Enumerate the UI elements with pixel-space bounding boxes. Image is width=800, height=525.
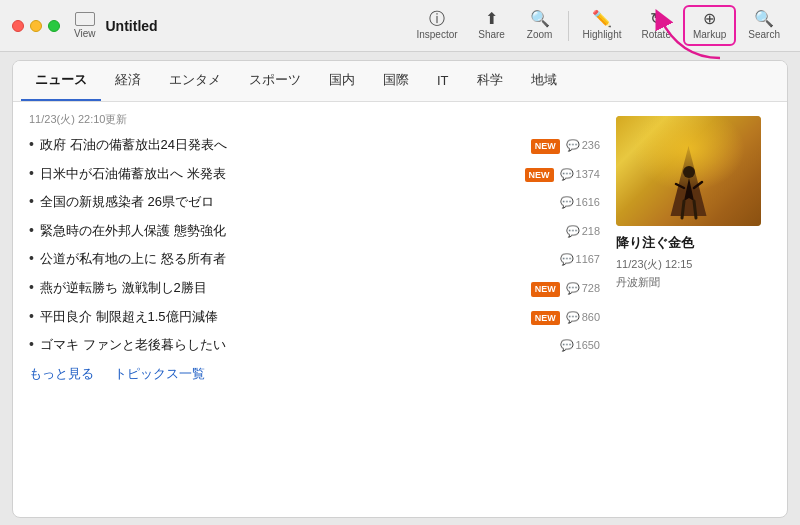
view-icon [75,12,95,26]
comment-count: 💬218 [566,224,600,239]
badge-new: NEW [531,311,560,326]
highlight-label: Highlight [583,29,622,40]
tab-science[interactable]: 科学 [463,61,517,101]
featured-image-inner [616,116,761,226]
tab-region[interactable]: 地域 [517,61,571,101]
zoom-button[interactable]: 🔍 Zoom [518,7,562,44]
comment-count: 💬728 [566,281,600,296]
comment-count: 💬1167 [560,252,600,267]
tab-it[interactable]: IT [423,63,463,100]
tab-economy[interactable]: 経済 [101,61,155,101]
news-footer: もっと見る トピックス一覧 [29,365,600,383]
traffic-lights [12,20,60,32]
view-button[interactable]: View [74,12,96,39]
rotate-button[interactable]: ↻ Rotate [633,7,678,44]
share-button[interactable]: ⬆ Share [470,7,514,44]
fullscreen-button[interactable] [48,20,60,32]
inspector-button[interactable]: ⓘ Inspector [408,7,465,44]
zoom-icon: 🔍 [530,11,550,27]
comment-count: 💬1374 [560,167,600,182]
tabs-bar: ニュース 経済 エンタメ スポーツ 国内 国際 IT 科学 地域 [13,61,787,102]
news-title[interactable]: 緊急時の在外邦人保護 態勢強化 [40,222,560,240]
toolbar-actions: ⓘ Inspector ⬆ Share 🔍 Zoom ✏️ Highlight … [408,5,788,46]
more-link[interactable]: もっと見る [29,365,94,383]
list-item: • 日米中が石油備蓄放出へ 米発表 NEW 💬1374 [29,164,600,184]
tab-news[interactable]: ニュース [21,61,101,101]
news-title[interactable]: 政府 石油の備蓄放出24日発表へ [40,136,525,154]
bullet: • [29,135,34,155]
list-item: • 平田良介 制限超え1.5億円減俸 NEW 💬860 [29,307,600,327]
search-icon: 🔍 [754,11,774,27]
rotate-icon: ↻ [650,11,663,27]
close-button[interactable] [12,20,24,32]
toolbar-divider-1 [568,11,569,41]
titlebar: View Untitled ⓘ Inspector ⬆ Share 🔍 Zoom… [0,0,800,52]
share-icon: ⬆ [485,11,498,27]
tab-domestic[interactable]: 国内 [315,61,369,101]
rotate-label: Rotate [641,29,670,40]
comment-count: 💬236 [566,138,600,153]
featured-article: 降り注ぐ金色 11/23(火) 12:15 丹波新聞 [616,112,771,504]
content-wrapper: ニュース 経済 エンタメ スポーツ 国内 国際 IT 科学 地域 11/23(火… [12,60,788,518]
zoom-label: Zoom [527,29,553,40]
bullet: • [29,249,34,269]
minimize-button[interactable] [30,20,42,32]
inspector-icon: ⓘ [429,11,445,27]
tab-international[interactable]: 国際 [369,61,423,101]
bullet: • [29,335,34,355]
badge-new: NEW [531,282,560,297]
badge-new: NEW [525,168,554,183]
badge-new: NEW [531,139,560,154]
comment-count: 💬860 [566,310,600,325]
bullet: • [29,307,34,327]
list-item: • 燕が逆転勝ち 激戦制し2勝目 NEW 💬728 [29,278,600,298]
highlight-icon: ✏️ [592,11,612,27]
featured-title[interactable]: 降り注ぐ金色 [616,234,771,252]
view-label: View [74,28,96,39]
search-label: Search [748,29,780,40]
news-date: 11/23(火) 22:10更新 [29,112,600,127]
bullet: • [29,164,34,184]
list-item: • 政府 石油の備蓄放出24日発表へ NEW 💬236 [29,135,600,155]
tab-entertainment[interactable]: エンタメ [155,61,235,101]
markup-icon: ⊕ [703,11,716,27]
featured-date: 11/23(火) 12:15 丹波新聞 [616,256,771,291]
bullet: • [29,192,34,212]
news-list: 11/23(火) 22:10更新 • 政府 石油の備蓄放出24日発表へ NEW … [29,112,600,504]
news-title[interactable]: 平田良介 制限超え1.5億円減俸 [40,308,525,326]
list-item: • ゴマキ ファンと老後暮らしたい 💬1650 [29,335,600,355]
comment-count: 💬1650 [560,338,600,353]
bullet: • [29,221,34,241]
inspector-label: Inspector [416,29,457,40]
featured-image[interactable] [616,116,761,226]
list-item: • 公道が私有地の上に 怒る所有者 💬1167 [29,249,600,269]
bullet: • [29,278,34,298]
search-button[interactable]: 🔍 Search [740,7,788,44]
share-label: Share [478,29,505,40]
topics-link[interactable]: トピックス一覧 [114,365,205,383]
list-item: • 全国の新規感染者 26県でゼロ 💬1616 [29,192,600,212]
markup-button[interactable]: ⊕ Markup [683,5,736,46]
window-title: Untitled [106,18,158,34]
news-title[interactable]: 公道が私有地の上に 怒る所有者 [40,250,554,268]
news-content: 11/23(火) 22:10更新 • 政府 石油の備蓄放出24日発表へ NEW … [13,102,787,514]
news-title[interactable]: 日米中が石油備蓄放出へ 米発表 [40,165,519,183]
news-title[interactable]: 燕が逆転勝ち 激戦制し2勝目 [40,279,525,297]
tab-sports[interactable]: スポーツ [235,61,315,101]
person-silhouette [674,166,704,221]
svg-point-0 [683,166,695,178]
comment-count: 💬1616 [560,195,600,210]
news-title[interactable]: ゴマキ ファンと老後暮らしたい [40,336,554,354]
news-title[interactable]: 全国の新規感染者 26県でゼロ [40,193,554,211]
markup-label: Markup [693,29,726,40]
list-item: • 緊急時の在外邦人保護 態勢強化 💬218 [29,221,600,241]
highlight-button[interactable]: ✏️ Highlight [575,7,630,44]
